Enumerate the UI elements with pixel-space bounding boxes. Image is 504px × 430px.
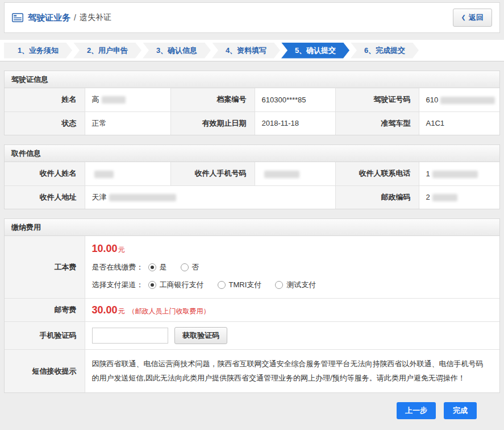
table-row: 收件人地址 天津 邮政编码 2 [5,185,499,209]
payment-table: 工本费 10.00元 是否在线缴费： 是 否 选 [5,236,499,392]
license-number-label: 驾驶证号码 [335,88,419,111]
sms-code-input[interactable] [92,328,168,344]
step-6-finish-submit[interactable]: 6、完成提交 [351,43,419,59]
redacted-value [102,96,126,104]
postage-note: （邮政人员上门收取费用） [128,307,210,315]
table-row: 邮寄费 30.00元（邮政人员上门收取费用） [5,299,499,322]
radio-unchecked-icon [181,263,189,271]
step-5-confirm-submit-current[interactable]: 5、确认提交 [281,43,349,59]
license-form-icon [12,13,23,22]
previous-step-button[interactable]: 上一步 [397,402,436,419]
file-number-value: 610300****85 [255,88,335,111]
radio-unchecked-icon [218,281,226,289]
pay-channel-row: 选择支付渠道： 工商银行支付 TMRI支付 测试支付 [92,280,493,290]
fee-amount-value: 10.00 [92,243,118,254]
finish-button[interactable]: 完成 [444,402,477,419]
page-subtitle: 遗失补证 [80,13,111,23]
redacted-value [109,194,176,201]
license-section-title: 驾驶证信息 [5,71,499,88]
recipient-address-value: 天津 [85,185,335,209]
vehicle-class-label: 准驾车型 [335,111,419,135]
license-info-section: 驾驶证信息 姓名 高 档案编号 610300****85 驾驶证号码 610 状… [4,71,500,135]
sms-code-label: 手机验证码 [5,322,85,350]
radio-channel-test[interactable]: 测试支付 [275,280,316,290]
fee-label: 工本费 [5,236,85,299]
payment-section-title: 缴纳费用 [5,219,499,236]
table-row: 短信接收提示 因陕西省联通、电信运营商技术问题，陕西省互联网交通安全综合服务管理… [5,350,499,393]
footer-actions: 上一步 完成 [0,402,477,419]
page-header: 驾驶证业务 / 遗失补证 ❮ 返回 [4,2,500,33]
table-row: 状态 正常 有效期止日期 2018-11-18 准驾车型 A1C1 [5,111,499,135]
recipient-name-label: 收件人姓名 [5,162,85,185]
table-row: 收件人姓名 收件人手机号码 收件人联系电话 1 [5,162,499,185]
recipient-mobile-value [255,162,335,185]
recipient-name-value [85,162,170,185]
fee-amount: 10.00元 [92,243,493,255]
postcode-value: 2 [419,185,499,209]
online-pay-row: 是否在线缴费： 是 否 [92,262,493,272]
fee-amount-unit: 元 [118,246,125,254]
file-number-label: 档案编号 [170,88,255,111]
radio-label: 工商银行支付 [160,280,204,290]
radio-online-pay-no[interactable]: 否 [181,262,199,272]
back-button[interactable]: ❮ 返回 [453,9,492,27]
radio-channel-icbc[interactable]: 工商银行支付 [148,280,204,290]
step-4-fill-data[interactable]: 4、资料填写 [212,43,280,59]
radio-label: 否 [192,262,199,272]
radio-label: TMRI支付 [229,280,262,290]
step-wizard: 1、业务须知 2、用户申告 3、确认信息 4、资料填写 5、确认提交 6、完成提… [0,40,504,61]
table-row: 工本费 10.00元 是否在线缴费： 是 否 选 [5,236,499,299]
redacted-value [264,171,299,178]
page-title: 驾驶证业务 [28,13,70,23]
step-2-user-declaration[interactable]: 2、用户申告 [73,43,141,59]
table-row: 手机验证码 获取验证码 [5,322,499,350]
license-number-value: 610 [419,88,499,111]
radio-checked-icon [148,263,156,271]
expiry-label: 有效期止日期 [170,111,255,135]
pay-channel-question: 选择支付渠道： [92,280,144,290]
radio-label: 是 [160,262,167,272]
redacted-value [94,171,114,178]
sms-code-cell: 获取验证码 [85,322,499,350]
step-1-business-notes[interactable]: 1、业务须知 [4,43,72,59]
radio-label: 测试支付 [286,280,316,290]
radio-channel-tmri[interactable]: TMRI支付 [218,280,262,290]
status-label: 状态 [5,111,85,135]
postage-amount-value: 30.00 [92,304,118,316]
license-info-table: 姓名 高 档案编号 610300****85 驾驶证号码 610 状态 正常 有… [5,88,499,135]
expiry-value: 2018-11-18 [255,111,335,135]
vehicle-class-value: A1C1 [419,111,499,135]
breadcrumb: 驾驶证业务 / 遗失补证 [12,13,111,23]
radio-online-pay-yes[interactable]: 是 [148,262,167,272]
redacted-value [432,194,457,201]
back-button-label: 返回 [469,13,484,23]
name-label: 姓名 [5,88,85,111]
breadcrumb-divider: / [74,13,76,22]
step-3-confirm-info[interactable]: 3、确认信息 [143,43,211,59]
redacted-value [432,171,478,178]
recipient-mobile-label: 收件人手机号码 [170,162,255,185]
postage-label: 邮寄费 [5,299,85,322]
postage-cell: 30.00元（邮政人员上门收取费用） [85,299,499,322]
radio-unchecked-icon [275,281,283,289]
pickup-section-title: 取件信息 [5,145,499,162]
recipient-phone-value: 1 [419,162,499,185]
redacted-value [440,97,495,104]
radio-checked-icon [148,281,156,289]
recipient-phone-label: 收件人联系电话 [335,162,419,185]
pickup-info-table: 收件人姓名 收件人手机号码 收件人联系电话 1 收件人地址 天津 邮政编码 2 [5,162,499,209]
postage-amount-unit: 元 [118,307,125,315]
table-row: 姓名 高 档案编号 610300****85 驾驶证号码 610 [5,88,499,111]
sms-notice-label: 短信接收提示 [5,350,85,393]
fee-cell: 10.00元 是否在线缴费： 是 否 选择支付渠道： [85,236,499,299]
status-value: 正常 [85,111,170,135]
chevron-left-icon: ❮ [461,15,466,20]
get-code-button[interactable]: 获取验证码 [174,327,227,344]
postcode-label: 邮政编码 [335,185,419,209]
sms-notice-text: 因陕西省联通、电信运营商技术问题，陕西省互联网交通安全综合服务管理平台无法向持陕… [85,350,499,393]
online-pay-question: 是否在线缴费： [92,262,144,272]
payment-section: 缴纳费用 工本费 10.00元 是否在线缴费： 是 否 [4,218,500,393]
name-value: 高 [85,88,170,111]
pickup-info-section: 取件信息 收件人姓名 收件人手机号码 收件人联系电话 1 收件人地址 天津 邮政… [4,144,500,209]
recipient-address-label: 收件人地址 [5,185,85,209]
